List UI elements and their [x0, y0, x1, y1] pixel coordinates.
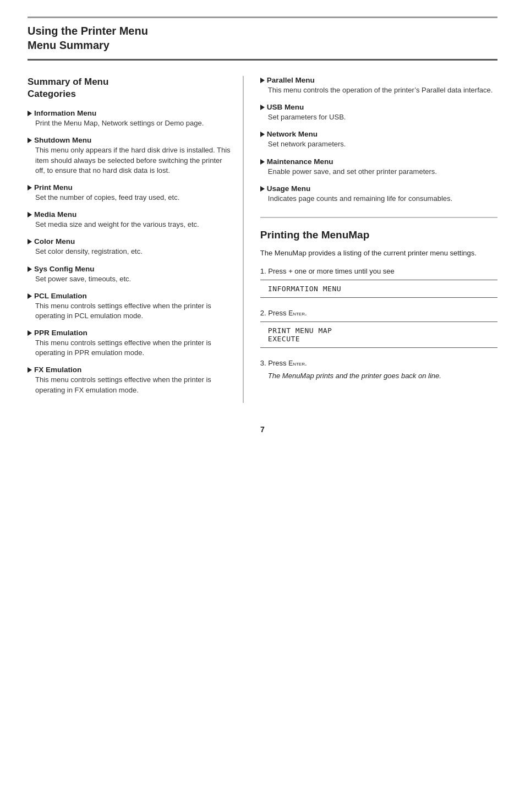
- printing-intro: The MenuMap provides a listing of the cu…: [260, 248, 497, 259]
- arrow-icon: [28, 293, 32, 299]
- display-text: PRINT MENU MAP: [268, 326, 332, 335]
- arrow-icon: [28, 138, 32, 143]
- menu-item-desc: Set parameters for USB.: [268, 112, 497, 122]
- header-line1: Using the Printer Menu: [28, 25, 148, 37]
- menu-item-desc: Set network parameters.: [268, 139, 497, 149]
- menu-item-title: Media Menu: [28, 210, 232, 219]
- left-menu-item: Color Menu Set color density, registrati…: [28, 237, 232, 257]
- arrow-icon: [28, 330, 32, 336]
- menu-item-title: Parallel Menu: [260, 76, 497, 84]
- menu-item-desc: Indicates page counts and remaining life…: [268, 194, 497, 204]
- right-menu-item: USB Menu Set parameters for USB.: [260, 103, 497, 122]
- step-label: 1. Press + one or more times until you s…: [260, 267, 497, 275]
- menu-item-label: Color Menu: [34, 237, 75, 246]
- step-number: 3.: [260, 359, 266, 367]
- heading-line1: Summary of Menu: [28, 77, 108, 87]
- step-text: Press: [268, 309, 288, 317]
- left-menu-item: Information Menu Print the Menu Map, Net…: [28, 109, 232, 128]
- menu-item-label: Parallel Menu: [267, 76, 315, 84]
- step-number: 1.: [260, 267, 266, 275]
- menu-item-title: USB Menu: [260, 103, 497, 111]
- left-menu-item: Shutdown Menu This menu only appears if …: [28, 136, 232, 176]
- arrow-icon: [28, 266, 32, 272]
- page-number: 7: [28, 425, 497, 434]
- menu-item-desc: Enable power save, and set other printer…: [268, 167, 497, 177]
- menu-item-title: PCL Emulation: [28, 292, 232, 300]
- menu-item-desc: This menu controls settings effective wh…: [35, 301, 232, 321]
- menu-item-desc: Set color density, registration, etc.: [35, 247, 232, 257]
- arrow-icon: [28, 212, 32, 217]
- left-menu-item: FX Emulation This menu controls settings…: [28, 366, 232, 395]
- menu-item-label: Print Menu: [34, 183, 73, 192]
- step: 1. Press + one or more times until you s…: [260, 267, 497, 298]
- display-text: INFORMATION MENU: [268, 285, 341, 293]
- right-menu-item: Network Menu Set network parameters.: [260, 130, 497, 149]
- menu-item-desc: This menu controls settings effective wh…: [35, 338, 232, 358]
- left-column: Summary of Menu Categories Information M…: [28, 76, 244, 403]
- display-box: INFORMATION MENU: [260, 280, 497, 298]
- header-section: Using the Printer Menu Menu Summary: [28, 17, 497, 61]
- arrow-icon: [28, 111, 32, 116]
- menu-item-label: Shutdown Menu: [34, 136, 91, 144]
- right-menu-item: Maintenance Menu Enable power save, and …: [260, 157, 497, 177]
- menu-item-title: Information Menu: [28, 109, 232, 117]
- left-menu-item: PPR Emulation This menu controls setting…: [28, 329, 232, 358]
- header-title: Using the Printer Menu Menu Summary: [28, 24, 497, 52]
- step-smallcaps: Enter: [288, 359, 305, 367]
- menu-item-desc: Print the Menu Map, Network settings or …: [35, 118, 232, 128]
- step-text: Press: [268, 359, 288, 367]
- right-menu-item: Parallel Menu This menu controls the ope…: [260, 76, 497, 95]
- step-text-after: .: [305, 309, 307, 317]
- menu-item-label: PPR Emulation: [34, 329, 88, 337]
- display-box: PRINT MENU MAPEXECUTE: [260, 321, 497, 348]
- arrow-icon: [260, 78, 265, 83]
- menu-item-desc: Set media size and weight for the variou…: [35, 220, 232, 230]
- menu-item-label: USB Menu: [267, 103, 304, 111]
- left-menu-item: Print Menu Set the number of copies, fee…: [28, 183, 232, 203]
- menu-item-desc: This menu controls the operation of the …: [268, 85, 497, 95]
- menu-item-title: PPR Emulation: [28, 329, 232, 337]
- menu-item-title: Sys Config Menu: [28, 265, 232, 273]
- menu-item-desc: Set power save, timeouts, etc.: [35, 274, 232, 284]
- menu-item-title: FX Emulation: [28, 366, 232, 374]
- step: 2. Press Enter.PRINT MENU MAPEXECUTE: [260, 309, 497, 348]
- menu-item-label: Media Menu: [34, 210, 76, 219]
- menu-item-desc: Set the number of copies, feed tray used…: [35, 193, 232, 203]
- menu-item-title: Color Menu: [28, 237, 232, 246]
- right-menu-item: Usage Menu Indicates page counts and rem…: [260, 184, 497, 204]
- printing-heading: Printing the MenuMap: [260, 229, 497, 241]
- menu-item-label: Information Menu: [34, 109, 96, 117]
- arrow-icon: [260, 186, 265, 192]
- right-column: Parallel Menu This menu controls the ope…: [244, 76, 497, 403]
- steps-container: 1. Press + one or more times until you s…: [260, 267, 497, 380]
- step-number: 2.: [260, 309, 266, 317]
- menu-item-title: Usage Menu: [260, 184, 497, 193]
- arrow-icon: [28, 185, 32, 190]
- arrow-icon: [260, 159, 265, 165]
- arrow-icon: [28, 239, 32, 244]
- menu-item-label: Sys Config Menu: [34, 265, 95, 273]
- menu-item-title: Shutdown Menu: [28, 136, 232, 144]
- step-label: 3. Press Enter.: [260, 359, 497, 367]
- left-menu-item: PCL Emulation This menu controls setting…: [28, 292, 232, 321]
- page: Using the Printer Menu Menu Summary Summ…: [0, 0, 525, 812]
- display-text2: EXECUTE: [268, 335, 300, 343]
- menu-item-label: Network Menu: [267, 130, 318, 138]
- right-top-menu-items: Parallel Menu This menu controls the ope…: [260, 76, 497, 204]
- menu-item-desc: This menu only appears if the hard disk …: [35, 145, 232, 176]
- printing-section: Printing the MenuMap The MenuMap provide…: [260, 217, 497, 380]
- step-text: Press + one or more times until you see: [268, 267, 394, 275]
- left-menu-item: Media Menu Set media size and weight for…: [28, 210, 232, 230]
- menu-item-label: Usage Menu: [267, 184, 311, 193]
- step-italic: The MenuMap prints and the printer goes …: [268, 372, 497, 380]
- arrow-icon: [28, 367, 32, 373]
- left-menu-item: Sys Config Menu Set power save, timeouts…: [28, 265, 232, 284]
- step-label: 2. Press Enter.: [260, 309, 497, 317]
- left-menu-items: Information Menu Print the Menu Map, Net…: [28, 109, 232, 395]
- menu-item-title: Maintenance Menu: [260, 157, 497, 166]
- arrow-icon: [260, 105, 265, 110]
- menu-item-title: Network Menu: [260, 130, 497, 138]
- step-text-after: .: [305, 359, 307, 367]
- header-line2: Menu Summary: [28, 39, 110, 51]
- step: 3. Press Enter.The MenuMap prints and th…: [260, 359, 497, 380]
